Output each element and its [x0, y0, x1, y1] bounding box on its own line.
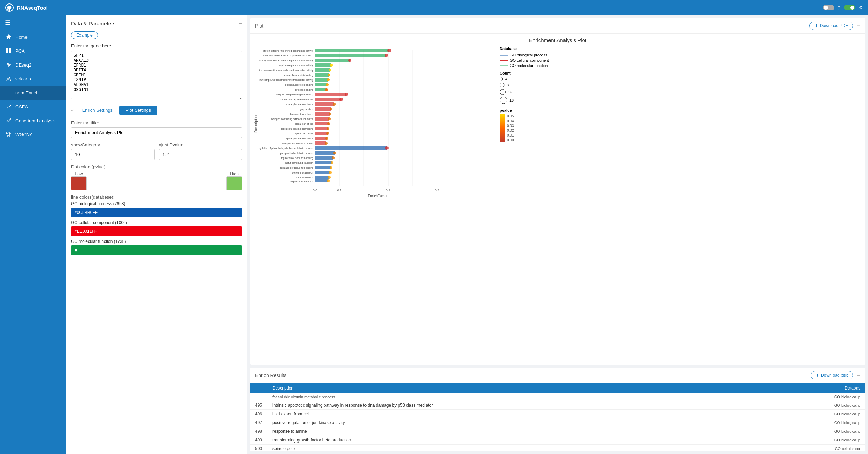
col-header-num: [255, 386, 272, 391]
sidebar-label-pca: PCA: [15, 48, 25, 54]
plot-panel-minimize[interactable]: −: [857, 22, 860, 30]
svg-text:regulation of phosphatidylchol: regulation of phosphatidylcholine metabo…: [259, 147, 313, 150]
download-icon: ⬇: [815, 23, 818, 28]
row-desc: spindle pole: [272, 446, 815, 451]
dot-high-color[interactable]: [226, 176, 242, 190]
svg-rect-14: [9, 132, 11, 134]
app-name: RNAseqTool: [17, 5, 48, 11]
svg-text:0.2: 0.2: [386, 188, 391, 192]
example-button[interactable]: Example: [71, 31, 98, 39]
svg-point-106: [329, 171, 332, 174]
main-layout: ☰ Home PCA DEseq2 volcano: [0, 15, 868, 454]
col-header-desc: Description: [272, 386, 815, 391]
adjust-pvalue-input[interactable]: [159, 149, 243, 160]
svg-rect-111: [315, 179, 328, 182]
sidebar-item-normenrich[interactable]: normEnrich: [0, 86, 66, 100]
svg-text:bone mineralization: bone mineralization: [292, 171, 313, 174]
sidebar-label-deseq2: DEseq2: [15, 62, 31, 68]
row-num: 500: [255, 446, 272, 451]
db1-color-btn[interactable]: #0C5BB0FF: [71, 208, 242, 217]
sidebar-toggle[interactable]: ☰: [0, 15, 66, 30]
help-icon[interactable]: ?: [838, 5, 840, 11]
chart-wrapper: Enrichment Analysis Plot Description: [254, 37, 862, 200]
row-desc: positive regulation of jun kinase activi…: [272, 420, 815, 425]
show-category-input[interactable]: [71, 149, 155, 160]
svg-rect-3: [6, 51, 8, 53]
gene-textarea[interactable]: SPP1 ANXA13 IFRD1 DDIT4 GREM1 TXNIP ALDH…: [71, 51, 242, 99]
sidebar-item-deseq2[interactable]: DEseq2: [0, 58, 66, 72]
row-db: GO biological p: [815, 395, 860, 399]
svg-rect-69: [315, 112, 330, 116]
left-panel-header: Data & Parameters −: [71, 20, 242, 26]
line-colors-section: line colors(databese): GO biological pro…: [71, 194, 242, 255]
toggle-switch-1[interactable]: [823, 5, 834, 10]
pvalue-legend: 0.05 0.04 0.03 0.02 0.01 0.00: [500, 114, 555, 142]
svg-text:regulation of tissue remodelin: regulation of tissue remodeling: [280, 167, 313, 169]
plot-panel-title: Plot: [255, 23, 263, 29]
settings-icon[interactable]: ⚙: [859, 5, 863, 11]
row-num: 496: [255, 411, 272, 416]
download-xlsx-btn[interactable]: ⬇ Download xlsx: [811, 371, 853, 379]
svg-text:response to metal ion: response to metal ion: [290, 180, 313, 183]
y-axis-label: Description: [254, 114, 258, 133]
svg-text:exogenous protein binding: exogenous protein binding: [285, 84, 313, 86]
db3-color-btn[interactable]: ■: [71, 245, 242, 255]
toggle-switch-2[interactable]: [844, 5, 855, 10]
pca-icon: [6, 48, 12, 54]
row-db: GO biological p: [815, 403, 860, 407]
download-xlsx-label: Download xlsx: [821, 373, 848, 378]
gene-trend-icon: [6, 117, 12, 124]
svg-point-37: [348, 59, 351, 62]
download-pdf-btn[interactable]: ⬇ Download PDF: [809, 22, 853, 30]
normenrich-icon: [6, 90, 12, 96]
db2-color-btn[interactable]: #EE0011FF: [71, 226, 242, 236]
github-icon: [5, 3, 14, 12]
gene-input-label: Enter the gene here:: [71, 43, 242, 48]
pvalue-mid4: 0.01: [507, 133, 514, 137]
sidebar-label-gsea: GSEA: [15, 104, 28, 109]
svg-rect-87: [315, 141, 326, 145]
sidebar-item-home[interactable]: Home: [0, 30, 66, 44]
svg-rect-36: [315, 59, 350, 62]
svg-rect-33: [315, 54, 386, 57]
svg-point-76: [327, 122, 330, 125]
content-area: Data & Parameters − Example Enter the ge…: [66, 15, 868, 454]
count-item-4: 16: [500, 97, 555, 104]
results-panel-minimize[interactable]: −: [857, 372, 860, 379]
sidebar-item-gsea[interactable]: GSEA: [0, 100, 66, 114]
dot-low-color[interactable]: [71, 176, 87, 190]
topbar: RNAseqTool ? ⚙: [0, 0, 868, 15]
svg-rect-39: [315, 63, 331, 67]
row-desc: fat soluble vitamin metabolic process: [272, 395, 815, 399]
legend-item-3: GO molecular function: [500, 63, 555, 68]
sidebar-item-volcano[interactable]: volcano: [0, 72, 66, 86]
count-val-1: 4: [505, 77, 507, 81]
enrich-settings-tab[interactable]: Enrich Settings: [76, 105, 119, 115]
plot-settings-tab[interactable]: Plot Settings: [119, 106, 157, 115]
sidebar: ☰ Home PCA DEseq2 volcano: [0, 15, 66, 454]
svg-text:apical part of cell: apical part of cell: [295, 132, 313, 135]
svg-rect-63: [315, 102, 334, 106]
tab-left-arrow[interactable]: «: [71, 108, 74, 113]
svg-text:apical plasma membrane: apical plasma membrane: [286, 137, 313, 140]
left-panel-minimize[interactable]: −: [238, 20, 242, 26]
svg-rect-1: [6, 48, 8, 51]
results-panel-actions: ⬇ Download xlsx −: [811, 371, 860, 379]
svg-rect-96: [315, 156, 333, 160]
results-panel: Enrich Results ⬇ Download xlsx − Descrip…: [250, 368, 865, 451]
svg-text:gap junction: gap junction: [300, 108, 313, 111]
sidebar-item-gene-trend[interactable]: Gene trend analysis: [0, 114, 66, 128]
row-db: GO biological p: [815, 421, 860, 425]
svg-point-67: [330, 108, 332, 110]
sidebar-item-wgcna[interactable]: WGCNA: [0, 128, 66, 141]
svg-rect-51: [315, 83, 327, 86]
sidebar-label-gene-trend: Gene trend analysis: [15, 118, 56, 123]
db2-color-row: GO cellular component (1006) #EE0011FF: [71, 220, 242, 236]
svg-rect-8: [9, 65, 10, 66]
svg-point-103: [330, 166, 332, 169]
sidebar-item-pca[interactable]: PCA: [0, 44, 66, 58]
dot-colors-label: Dot colors(pvlue):: [71, 164, 242, 169]
svg-point-91: [385, 146, 389, 150]
svg-point-55: [325, 88, 328, 91]
title-input[interactable]: [71, 127, 242, 138]
